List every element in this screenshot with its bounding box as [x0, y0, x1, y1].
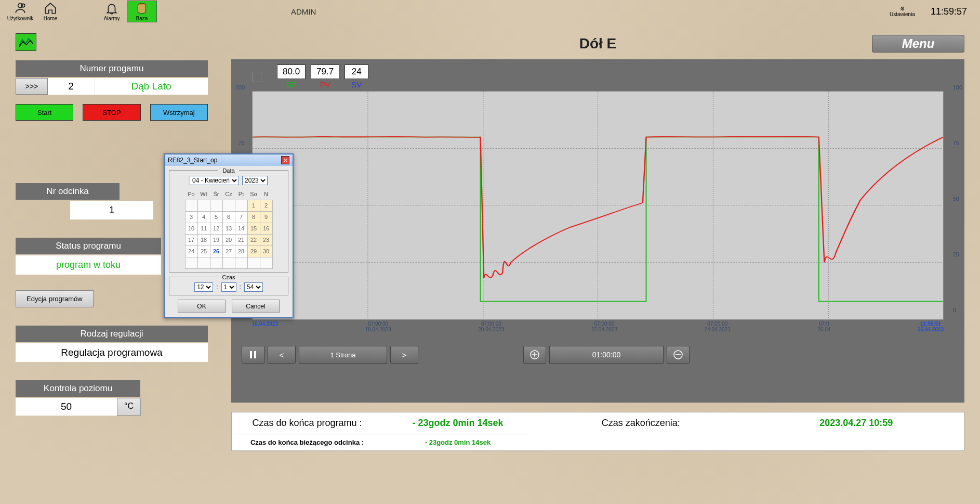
stop-button[interactable]: STOP: [83, 104, 140, 121]
calendar-day[interactable]: 13: [222, 223, 235, 234]
section-header: Nr odcinka: [16, 183, 120, 200]
home-icon: [44, 2, 57, 15]
calendar-day: [185, 257, 197, 268]
time-end-section-val: - 23godz 0min 14sek: [382, 434, 533, 450]
zoom-in-button[interactable]: [523, 346, 546, 364]
calendar-day[interactable]: 5: [210, 211, 222, 223]
y-axis-right: 1007550250: [953, 84, 962, 313]
calendar-day[interactable]: 8: [247, 211, 260, 223]
status-header: Status programu: [16, 238, 161, 254]
calendar-day[interactable]: 30: [260, 245, 272, 257]
chart-mode-icon[interactable]: [16, 33, 36, 51]
calendar-day[interactable]: 20: [222, 234, 235, 245]
go-button[interactable]: >>>: [16, 78, 48, 95]
time-end-prog-label: Czas do końca programu :: [232, 412, 382, 434]
section-val: 1: [70, 201, 153, 219]
hour-select[interactable]: 12: [194, 282, 213, 292]
base-label: Baza: [136, 16, 148, 21]
edit-programs-button[interactable]: Edycja programów: [16, 290, 94, 307]
calendar-day: [247, 257, 260, 268]
level-val[interactable]: 50: [16, 398, 117, 416]
calendar-day: [197, 257, 210, 268]
calendar-day[interactable]: 26: [210, 245, 222, 257]
admin-label: ADMIN: [291, 7, 316, 16]
reg-val: Regulacja programowa: [16, 343, 208, 362]
calendar-day[interactable]: 19: [210, 234, 222, 245]
pause-chart-button[interactable]: [242, 346, 264, 364]
calendar-day[interactable]: 10: [185, 223, 197, 234]
calendar-day[interactable]: 18: [197, 234, 210, 245]
x-axis: 16.04.2023 07:00:0018.04.2023 07:00:0020…: [252, 321, 944, 332]
calendar-day: [210, 257, 222, 268]
datetime-dialog: RE82_3_Start_op ✕ Data 04 - Kwiecień 202…: [164, 153, 294, 318]
calendar-day[interactable]: 6: [222, 211, 235, 223]
calendar-day: [210, 200, 222, 211]
pause-button[interactable]: Wstrzymaj: [150, 104, 208, 121]
calendar-day: [222, 200, 235, 211]
month-select[interactable]: 04 - Kwiecień: [190, 176, 239, 185]
reg-header: Rodzaj regulacji: [16, 326, 208, 342]
bell-icon: [105, 2, 118, 15]
end-time-val: 2023.04.27 10:59: [749, 412, 964, 450]
settings-nav[interactable]: ⚙ Ustawienia: [890, 6, 915, 17]
minute-select[interactable]: 1: [221, 282, 236, 292]
calendar-day[interactable]: 16: [260, 223, 272, 234]
pv-value: 79.7: [311, 64, 339, 79]
alarms-label: Alarmy: [103, 16, 120, 21]
calendar-day[interactable]: 1: [247, 200, 260, 211]
page-next-button[interactable]: >: [390, 346, 418, 364]
home-nav[interactable]: Home: [35, 2, 65, 21]
sv-value: 24: [345, 64, 368, 79]
base-nav[interactable]: Baza: [127, 1, 157, 22]
clock: 11:59:57: [931, 6, 967, 17]
calendar-day[interactable]: 9: [260, 211, 272, 223]
start-button[interactable]: Start: [16, 104, 73, 121]
calendar-day[interactable]: 7: [235, 211, 247, 223]
calendar-day[interactable]: 21: [235, 234, 247, 245]
cancel-button[interactable]: Cancel: [232, 300, 280, 313]
ok-button[interactable]: OK: [178, 300, 226, 313]
calendar-day[interactable]: 25: [197, 245, 210, 257]
calendar-day: [222, 257, 235, 268]
calendar-day[interactable]: 15: [247, 223, 260, 234]
gear-icon: ⚙: [900, 6, 905, 11]
prog-num: 2: [48, 78, 95, 95]
calendar-day[interactable]: 4: [197, 211, 210, 223]
page-prev-button[interactable]: <: [268, 346, 296, 364]
second-select[interactable]: 54: [244, 282, 263, 292]
status-val: program w toku: [16, 255, 161, 275]
user-nav[interactable]: Użytkownik: [5, 2, 35, 21]
calendar-day[interactable]: 29: [247, 245, 260, 257]
calendar-day[interactable]: 12: [210, 223, 222, 234]
level-unit: °C: [117, 398, 141, 416]
bottom-info: Czas do końca programu : - 23godz 0min 1…: [231, 412, 964, 451]
calendar-day[interactable]: 14: [235, 223, 247, 234]
calendar-day[interactable]: 24: [185, 245, 197, 257]
calendar-day[interactable]: 17: [185, 234, 197, 245]
menu-button[interactable]: Menu: [872, 35, 964, 53]
chart-plot[interactable]: [252, 91, 944, 320]
zoom-out-button[interactable]: [667, 346, 690, 364]
calendar-day[interactable]: 3: [185, 211, 197, 223]
user-label: Użytkownik: [7, 16, 34, 21]
calendar-day[interactable]: 23: [260, 234, 272, 245]
chart-area: 80.0SP 79.7PV 24SV 1007550250 1007550250: [231, 59, 964, 403]
calendar: PoWtŚrCzPtSoN 12345678910111213141516171…: [185, 188, 273, 269]
calendar-day[interactable]: 22: [247, 234, 260, 245]
sp-label: SP: [286, 80, 297, 89]
close-icon[interactable]: ✕: [281, 156, 289, 164]
calendar-day[interactable]: 28: [235, 245, 247, 257]
time-end-section-label: Czas do końca bieżącego odcinka :: [232, 434, 382, 450]
pv-label: PV: [320, 80, 330, 89]
time-indicator: 01:00:00: [549, 346, 664, 364]
prog-num-header: Numer progamu: [16, 60, 208, 77]
calendar-day: [260, 257, 272, 268]
year-select[interactable]: 2023: [242, 176, 268, 185]
calendar-day[interactable]: 11: [197, 223, 210, 234]
calendar-day[interactable]: 2: [260, 200, 272, 211]
time-end-prog-val: - 23godz 0min 14sek: [382, 412, 533, 434]
end-time-label: Czas zakończenia:: [533, 412, 749, 450]
alarms-nav[interactable]: Alarmy: [97, 2, 127, 21]
calendar-day[interactable]: 27: [222, 245, 235, 257]
level-header: Kontrola poziomu: [16, 380, 140, 397]
